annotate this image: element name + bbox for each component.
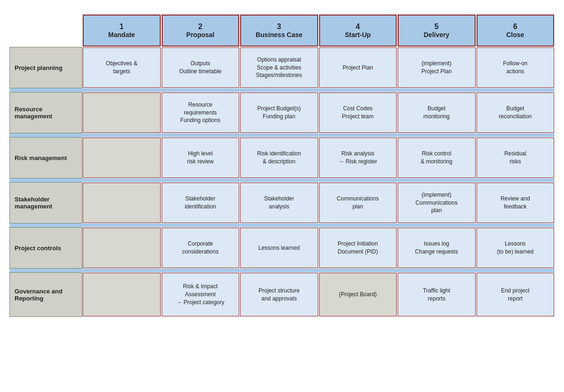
cell-2-5: Residualrisks [477, 138, 555, 178]
cell-2-3: Risk analysis→ Risk register [319, 138, 397, 178]
stage-header-6: 6Close [477, 15, 555, 46]
process-cell-2: Risk management [9, 137, 82, 178]
row-sep-1 [82, 133, 555, 137]
cell-3-2: Stakeholderanalysis [240, 183, 318, 223]
data-row-5: Risk & ImpactAssessment→ Project categor… [82, 272, 555, 317]
cell-3-5: Review andfeedback [477, 183, 555, 223]
process-sep-3 [9, 223, 82, 227]
process-cell-1: Resource management [9, 92, 82, 133]
stage-header-2: 2Proposal [162, 15, 240, 46]
row-sep-2 [82, 178, 555, 182]
cell-1-5: Budgetreconciliation [477, 92, 555, 133]
row-sep-3 [82, 223, 555, 227]
process-cell-5: Governance andReporting [9, 272, 82, 317]
cell-3-0 [83, 183, 161, 223]
data-row-1: ResourcerequirementsFunding optionsProje… [82, 92, 555, 133]
data-row-4: CorporateconsiderationsLessons learnedPr… [82, 227, 555, 269]
stage-header-3: 3Business Case [240, 15, 318, 46]
cell-0-0: Objectives &targets [83, 47, 161, 88]
stage-name-4: Start-Up [345, 31, 371, 38]
stage-num-6: 6 [513, 23, 517, 31]
cell-1-3: Cost CodesProject team [319, 92, 397, 133]
process-cell-4: Project controls [9, 227, 82, 269]
cell-4-1: Corporateconsiderations [162, 228, 240, 268]
process-sep-4 [9, 269, 82, 272]
cell-5-4: Traffic lightreports [398, 273, 476, 316]
cell-4-3: Project InitiationDocument (PID) [319, 228, 397, 268]
data-row-2: High levelrisk reviewRisk identification… [82, 137, 555, 178]
stage-name-1: Mandate [108, 31, 135, 38]
stages-header-row: 1Mandate2Proposal3Business Case4Start-Up… [82, 14, 555, 47]
cell-4-2: Lessons learned [240, 228, 318, 268]
cell-0-1: OutputsOutline timetable [162, 47, 240, 88]
cell-2-4: Risk control& monitoring [398, 138, 476, 178]
cell-0-5: Follow-onactions [477, 47, 555, 88]
cell-5-5: End projectreport [477, 273, 555, 316]
row-sep-4 [82, 269, 555, 272]
cell-1-4: Budgetmonitoring [398, 92, 476, 133]
stage-header-1: 1Mandate [83, 15, 161, 46]
cell-1-2: Project Budget(s)Funding plan [240, 92, 318, 133]
cell-5-1: Risk & ImpactAssessment→ Project categor… [162, 273, 240, 316]
grid: Project planningResource managementRisk … [9, 14, 555, 317]
cell-3-3: Communicationsplan [319, 183, 397, 223]
process-cell-3: Stakeholder management [9, 182, 82, 223]
page: Project planningResource managementRisk … [0, 0, 564, 392]
process-sep-2 [9, 178, 82, 182]
data-rows: Objectives &targetsOutputsOutline timeta… [82, 47, 555, 317]
cell-5-0 [83, 273, 161, 316]
cell-1-0 [83, 92, 161, 133]
cell-1-1: ResourcerequirementsFunding options [162, 92, 240, 133]
stage-header-5: 5Delivery [398, 15, 476, 46]
stage-num-2: 2 [198, 23, 203, 31]
cell-4-5: Lessons(to be) learned [477, 228, 555, 268]
process-sep-1 [9, 133, 82, 137]
cell-0-4: (implement)Project Plan [398, 47, 476, 88]
row-sep-0 [82, 88, 555, 92]
stage-name-5: Delivery [424, 31, 449, 38]
processes-header-label [9, 14, 82, 47]
cell-3-1: Stakeholderidentification [162, 183, 240, 223]
cell-4-0 [83, 228, 161, 268]
processes-column: Project planningResource managementRisk … [9, 14, 82, 317]
process-sep-0 [9, 88, 82, 92]
stage-num-1: 1 [119, 23, 124, 31]
stage-num-5: 5 [434, 23, 439, 31]
data-row-3: StakeholderidentificationStakeholderanal… [82, 182, 555, 223]
data-row-0: Objectives &targetsOutputsOutline timeta… [82, 47, 555, 88]
cell-3-4: (implement)Communicationsplan [398, 183, 476, 223]
stage-num-4: 4 [356, 23, 360, 31]
stage-name-2: Proposal [186, 31, 214, 38]
cell-0-2: Options appraisalScope & activitiesStage… [240, 47, 318, 88]
cell-4-4: Issues logChange requests [398, 228, 476, 268]
stage-header-4: 4Start-Up [319, 15, 397, 46]
cell-2-2: Risk identification& description [240, 138, 318, 178]
cell-2-1: High levelrisk review [162, 138, 240, 178]
cell-5-2: Project structureand approvals [240, 273, 318, 316]
stages-columns: 1Mandate2Proposal3Business Case4Start-Up… [82, 14, 555, 317]
cell-5-3: (Project Board) [319, 273, 397, 316]
stage-num-3: 3 [277, 23, 281, 31]
cell-0-3: Project Plan [319, 47, 397, 88]
stage-name-6: Close [506, 31, 524, 38]
process-cell-0: Project planning [9, 47, 82, 88]
cell-2-0 [83, 138, 161, 178]
stage-name-3: Business Case [256, 31, 303, 38]
